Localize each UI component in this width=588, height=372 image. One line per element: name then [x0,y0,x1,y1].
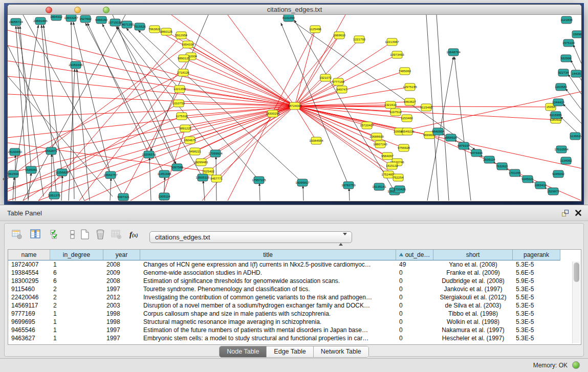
unselect-all-icon[interactable] [67,229,79,241]
network-edge[interactable] [116,27,203,178]
table-cell: 5.6E-5 [513,269,560,277]
table-cell: 5.3E-5 [513,326,560,334]
network-edge[interactable] [88,23,149,155]
network-edge[interactable] [8,94,295,106]
float-panel-icon[interactable] [562,210,569,216]
table-cell: 5.3E-5 [513,260,560,269]
network-node-label: 1604675 [184,138,197,142]
column-header-year[interactable]: year [103,250,140,260]
new-column-icon[interactable] [79,229,92,241]
network-edge[interactable] [349,188,350,201]
network-node-label: 21053346 [69,63,83,67]
column-header-title[interactable]: title [140,250,396,260]
network-edge[interactable] [216,106,295,179]
network-node-label: 9474444 [470,151,483,155]
network-edge[interactable] [437,15,449,201]
network-edge[interactable] [565,89,581,110]
table-row[interactable]: 1938455462009Genome-wide association stu… [8,269,581,277]
table-vertical-scrollbar[interactable] [572,261,580,343]
network-edge[interactable] [8,46,295,106]
tab-edge-table[interactable]: Edge Table [267,346,313,357]
show-columns-icon[interactable] [30,229,42,241]
table-row[interactable]: 946554611997Estimation of the future num… [8,326,581,334]
network-edge[interactable] [208,106,295,171]
function-builder-icon[interactable]: f(x) [129,230,142,242]
column-header-in_degree[interactable]: in_degree [50,250,103,260]
network-edge[interactable] [184,58,295,106]
network-edge[interactable] [183,73,295,106]
network-edge[interactable] [303,186,303,201]
table-cell: Changes of HCN gene expression and I(f) … [140,260,396,269]
network-edge[interactable] [185,106,295,128]
panel-splitter-arrow-icon[interactable] [1,177,5,181]
table-cell: 6 [50,277,103,285]
network-edge[interactable] [73,22,111,175]
column-header-short[interactable]: short [433,250,513,260]
network-view-window[interactable]: citations_edges.txt 24055724206914061804… [7,4,582,202]
table-row[interactable]: 1830029562008Estimation of significance … [8,277,581,285]
network-edge[interactable] [573,45,581,63]
select-all-icon[interactable] [50,229,62,241]
network-edge[interactable] [259,183,260,201]
dropdown-arrows-icon [339,234,347,245]
table-row[interactable]: 946362711997Embryonic stem cells: a mode… [8,334,581,342]
network-edge[interactable] [171,15,295,106]
application-window: citations_edges.txt 24055724206914061804… [0,0,588,372]
network-node-label: 16099481 [194,160,208,164]
network-edge[interactable] [228,15,295,106]
table-cell: Dudbridge et al. (2008) [433,277,513,285]
network-edge[interactable] [202,35,339,201]
network-window-titlebar[interactable]: citations_edges.txt [8,5,581,15]
table-cell: Jankovic et al. (1997) [433,285,513,293]
table-row[interactable]: 977716911998Corpus callosum shape and si… [8,310,581,318]
network-node-label: 1575104 [562,41,575,45]
tab-network-table[interactable]: Network Table [314,346,368,357]
network-edge[interactable] [295,35,339,106]
network-canvas[interactable]: 2405572420691406180431210653287152760264… [8,15,581,201]
column-header-out_de[interactable]: out_de… [396,250,433,260]
tab-node-table[interactable]: Node Table [220,346,267,357]
network-edge[interactable] [79,56,191,201]
network-edge[interactable] [155,29,295,106]
column-header-pagerank[interactable]: pagerank [513,250,560,260]
network-node-label: 9756928 [398,146,410,149]
network-edge[interactable] [8,30,295,106]
network-edge[interactable] [295,55,397,106]
network-edge[interactable] [20,26,31,170]
table-row[interactable]: 1872400712008Changes of HCN gene express… [8,260,581,269]
network-edge[interactable] [203,181,205,201]
network-edge[interactable] [77,69,90,201]
network-edge[interactable] [117,27,215,154]
close-panel-icon[interactable] [575,209,582,216]
network-edge[interactable] [454,57,471,201]
table-mode-icon[interactable] [12,229,24,241]
network-edge[interactable] [61,176,62,201]
network-edge[interactable] [295,106,316,141]
network-edge[interactable] [295,106,400,132]
network-edge[interactable] [8,73,183,163]
network-edge[interactable] [110,178,111,201]
delete-table-icon[interactable] [111,229,123,241]
memory-status-indicator[interactable] [572,361,580,369]
table-row[interactable]: 2242004622012Investigating the contribut… [8,293,581,301]
network-edge[interactable] [563,104,581,123]
network-node-label: 8958924 [445,136,458,139]
table-row[interactable]: 1456911722003Disruption of a novel membe… [8,301,581,310]
network-edge[interactable] [295,106,367,125]
network-edge[interactable] [8,76,295,106]
scrollbar-thumb[interactable] [574,262,579,282]
network-node-label: 9115460 [420,105,432,109]
network-edge[interactable] [284,15,475,150]
table-select-dropdown[interactable]: citations_edges.txt [149,231,352,243]
column-header-name[interactable]: name [8,250,50,260]
citation-network-graph[interactable]: 2405572420691406180431210653287152760264… [8,15,581,201]
delete-column-icon[interactable] [95,229,107,241]
network-node-label: 24055724 [9,20,23,24]
table-row[interactable]: 911546021997Tourette syndrome. Phenomeno… [8,285,581,293]
network-edge[interactable] [149,158,151,201]
table-row[interactable]: 969969511998Structural magnetic resonanc… [8,318,581,326]
network-edge[interactable] [8,76,113,196]
table-cell: 5.3E-5 [513,310,560,318]
network-edge[interactable] [190,106,295,140]
network-edge[interactable] [181,35,295,106]
